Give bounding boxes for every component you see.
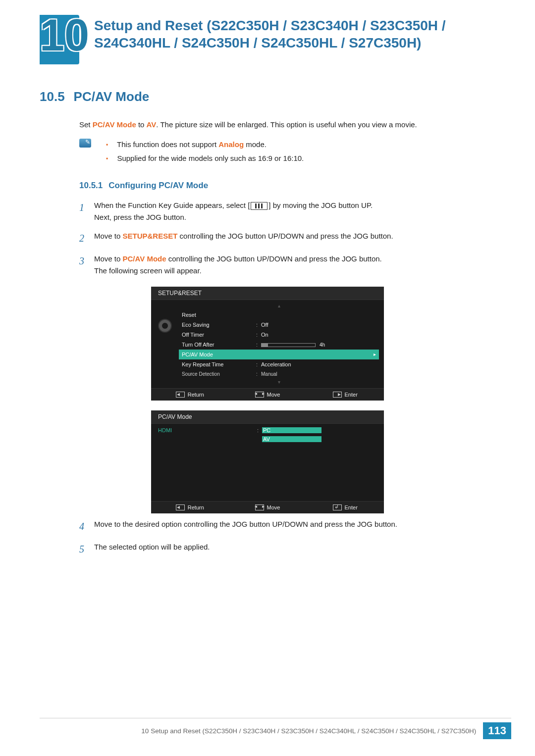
step2-b: controlling the JOG button UP/DOWN and p… (177, 232, 393, 240)
step2-hl: SETUP&RESET (123, 232, 178, 240)
step3-c: The following screen will appear. (94, 266, 202, 275)
section-title: PC/AV Mode (74, 89, 150, 104)
osd1-krt-label: Key Repeat Time (182, 361, 256, 367)
osd-pcav-mode: PC/AV Mode HDMI: PC AV Return Move Enter (151, 410, 384, 513)
step-3: 3 Move to PC/AV Mode controlling the JOG… (79, 253, 495, 277)
osd1-eco-label: Eco Saving (182, 322, 256, 328)
osd2-hdmi-label: HDMI (158, 427, 257, 433)
osd1-up-chevron-icon: ▴ (179, 303, 379, 310)
enter-icon (333, 504, 342, 510)
move-icon (255, 504, 264, 510)
osd1-return-label: Return (188, 392, 204, 398)
osd1-eco-value: Off (261, 322, 376, 328)
osd1-title: SETUP&RESET (151, 287, 384, 300)
osd-setup-reset: SETUP&RESET ▴ Reset Eco Saving: Off Off … (151, 287, 384, 401)
step1-a: When the Function Key Guide appears, sel… (94, 201, 250, 209)
return-icon (176, 392, 185, 398)
return-icon (176, 504, 185, 510)
osd1-offtimer-label: Off Timer (182, 332, 256, 338)
step1-c: Next, press the JOG button. (94, 213, 186, 221)
subsection-title: Configuring PC/AV Mode (108, 181, 208, 190)
osd1-krt-value: Acceleration (261, 361, 376, 367)
osd1-toa-label: Turn Off After (182, 342, 256, 348)
osd2-move-label: Move (267, 504, 280, 510)
osd1-row-srcd[interactable]: Source Detection: Manual (179, 369, 379, 379)
intro-mid: to (136, 120, 147, 129)
footer-divider (40, 718, 511, 718)
osd2-footer-enter[interactable]: Enter (306, 504, 384, 510)
step-num-3: 3 (79, 253, 94, 269)
step-5: 5 The selected option will be applied. (79, 541, 495, 557)
osd1-row-offtimer[interactable]: Off Timer: On (179, 330, 379, 340)
step3-hl: PC/AV Mode (123, 254, 166, 263)
chapter-badge: 10 (40, 15, 84, 69)
osd2-enter-label: Enter (345, 504, 358, 510)
osd2-row-hdmi[interactable]: HDMI: PC (158, 426, 379, 435)
enter-icon (333, 392, 342, 398)
osd1-footer-move[interactable]: Move (229, 392, 307, 398)
chapter-title: Setup and Reset (S22C350H / S23C340H / S… (94, 15, 495, 51)
osd2-footer-move[interactable]: Move (229, 504, 307, 510)
note1-hl: Analog (218, 140, 244, 149)
osd1-srcd-value: Manual (261, 371, 376, 377)
osd1-footer-enter[interactable]: Enter (306, 392, 384, 398)
note-list: This function does not support Analog mo… (106, 138, 304, 166)
chapter-header: 10 Setup and Reset (S22C350H / S23C340H … (40, 15, 495, 69)
note-item-2: Supplied for the wide models only such a… (106, 151, 304, 166)
note1-pre: This function does not support (117, 140, 218, 149)
subsection-number: 10.5.1 (79, 181, 103, 190)
osd2-value-av[interactable]: AV (262, 436, 321, 442)
osd1-move-label: Move (267, 392, 280, 398)
note2-text: Supplied for the wide models only such a… (117, 154, 304, 162)
note-icon (79, 139, 91, 148)
osd1-toa-slider[interactable] (261, 343, 316, 347)
step-4: 4 Move to the desired option controlling… (79, 518, 495, 534)
osd2-row-av[interactable]: AV (158, 435, 379, 444)
intro-hl-av: AV (147, 120, 157, 129)
osd2-return-label: Return (188, 504, 204, 510)
osd2-footer-return[interactable]: Return (151, 504, 229, 510)
step-2: 2 Move to SETUP&RESET controlling the JO… (79, 230, 495, 246)
step-1: 1 When the Function Key Guide appears, s… (79, 200, 495, 223)
intro-post: . The picture size will be enlarged. Thi… (156, 120, 417, 129)
note-item-1: This function does not support Analog mo… (106, 138, 304, 152)
note-block: This function does not support Analog mo… (79, 138, 495, 166)
gear-icon (159, 320, 171, 332)
osd1-enter-label: Enter (345, 392, 358, 398)
chapter-number: 10 (40, 10, 89, 61)
osd1-toa-value: 4h (320, 342, 325, 348)
step-num-2: 2 (79, 230, 94, 246)
osd1-pcav-arrow-icon: ▸ (374, 352, 376, 357)
osd1-row-reset[interactable]: Reset (179, 310, 379, 320)
section-number: 10.5 (40, 89, 65, 104)
osd1-row-eco[interactable]: Eco Saving: Off (179, 320, 379, 330)
osd2-value-pc[interactable]: PC (262, 427, 321, 433)
osd1-row-krt[interactable]: Key Repeat Time: Acceleration (179, 359, 379, 369)
osd2-title: PC/AV Mode (151, 410, 384, 424)
osd1-offtimer-value: On (261, 332, 376, 338)
osd1-reset-label: Reset (182, 312, 256, 318)
osd1-footer-return[interactable]: Return (151, 392, 229, 398)
note1-post: mode. (244, 140, 267, 149)
step1-b: ] by moving the JOG button UP. (268, 201, 373, 209)
osd1-down-chevron-icon: ▾ (179, 379, 379, 386)
step3-a: Move to (94, 254, 123, 263)
footer-text: 10 Setup and Reset (S22C350H / S23C340H … (141, 727, 476, 735)
intro-pre: Set (79, 120, 93, 129)
intro-paragraph: Set PC/AV Mode to AV. The picture size w… (79, 119, 495, 131)
intro-hl-pcav: PC/AV Mode (93, 120, 136, 129)
step2-a: Move to (94, 232, 123, 240)
section-heading: 10.5PC/AV Mode (40, 89, 495, 104)
menu-icon (251, 202, 268, 210)
osd1-row-turnoffafter[interactable]: Turn Off After: 4h (179, 340, 379, 350)
step3-b: controlling the JOG button UP/DOWN and p… (166, 254, 382, 263)
subsection-heading: 10.5.1Configuring PC/AV Mode (79, 181, 495, 191)
page-number: 113 (483, 722, 511, 739)
step4-text: Move to the desired option controlling t… (94, 518, 397, 530)
osd1-row-pcav[interactable]: PC/AV Mode ▸ (179, 350, 379, 359)
step-num-1: 1 (79, 200, 94, 215)
step-num-4: 4 (79, 518, 94, 534)
osd1-srcd-label: Source Detection (182, 371, 256, 377)
step5-text: The selected option will be applied. (94, 541, 210, 553)
step-num-5: 5 (79, 541, 94, 557)
